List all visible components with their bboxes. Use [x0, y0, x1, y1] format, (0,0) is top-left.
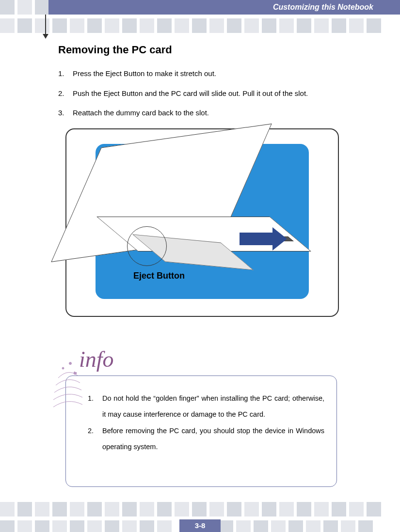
list-item: 2. Push the Eject Button and the PC card…	[58, 88, 373, 99]
chapter-title: Customizing this Notebook	[273, 3, 373, 11]
list-item: 3. Reattach the dummy card back to the s…	[58, 108, 373, 119]
arrow-right-icon	[240, 227, 287, 250]
figure-illustration: Eject Button	[96, 144, 309, 299]
figure-callout: Eject Button	[133, 271, 185, 281]
figure-frame: Eject Button	[65, 128, 339, 317]
svg-point-0	[62, 367, 64, 369]
section-heading: Removing the PC card	[58, 44, 373, 56]
down-arrow-icon	[43, 34, 48, 39]
svg-point-1	[69, 362, 72, 365]
list-item: 2. Before removing the PC card, you shou…	[88, 423, 324, 455]
instruction-list: 1. Press the Eject Button to make it str…	[58, 68, 373, 119]
eject-button-highlight	[127, 226, 167, 266]
info-note-box: 1. Do not hold the “golden finger” when …	[65, 376, 337, 487]
list-item: 1. Do not hold the “golden finger” when …	[88, 391, 324, 423]
list-item: 1. Press the Eject Button to make it str…	[58, 68, 373, 79]
page-number: 3-8	[179, 519, 221, 532]
chapter-header: Customizing this Notebook	[48, 0, 400, 15]
info-heading: info	[75, 346, 118, 372]
